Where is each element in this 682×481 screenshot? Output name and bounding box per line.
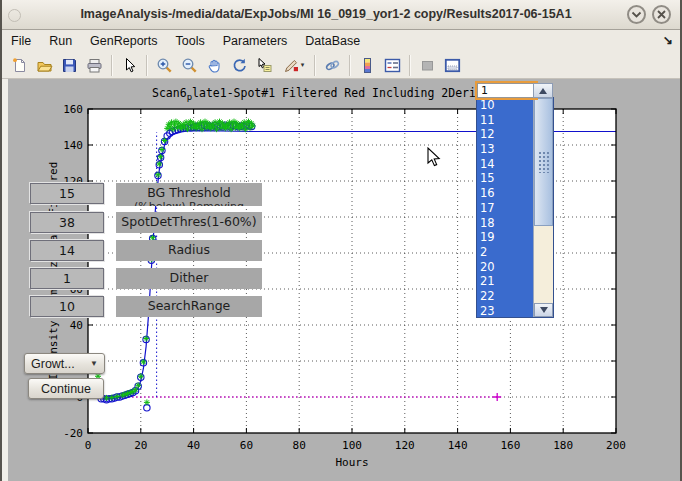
menu-item-file[interactable]: File [2, 31, 40, 51]
param-input-spotdetthres-1-60-[interactable] [30, 212, 104, 233]
figure-area: 020406080100120140160180200-200204060801… [0, 79, 682, 481]
open-folder-icon [36, 57, 53, 74]
svg-text:40: 40 [70, 319, 83, 332]
spot-list-popup: 10111213141516171819220212223 [476, 97, 554, 318]
spot-list-item[interactable]: 14 [477, 157, 533, 172]
toolbar-separator [349, 55, 351, 76]
shade-button[interactable] [627, 5, 646, 24]
open-folder-button[interactable] [32, 54, 57, 77]
zoom-in-button[interactable] [152, 54, 177, 77]
param-label-button[interactable]: Radius [116, 240, 262, 261]
spot-number-input[interactable]: 1 [477, 83, 536, 98]
save-icon [61, 57, 78, 74]
svg-text:-20: -20 [63, 427, 83, 440]
window-menu-icon[interactable] [8, 9, 21, 22]
param-label-text: Radius [116, 242, 262, 257]
spot-list-item[interactable]: 23 [477, 304, 533, 317]
spot-list-item[interactable]: 12 [477, 127, 533, 142]
axes-window-button[interactable] [440, 54, 465, 77]
svg-text:180: 180 [553, 439, 573, 452]
brush-button[interactable]: ▾ [277, 54, 310, 77]
svg-text:140: 140 [63, 139, 83, 152]
param-label-text: SearchRange [116, 298, 262, 313]
spot-list-item[interactable]: 17 [477, 201, 533, 216]
print-button[interactable] [82, 54, 107, 77]
growth-dropdown-label: Growt... [31, 357, 75, 371]
svg-text:Hours: Hours [335, 456, 368, 469]
svg-text:80: 80 [293, 439, 306, 452]
growth-dropdown-button[interactable]: Growt... ▼ [24, 353, 105, 374]
subplot-disabled-icon [419, 57, 436, 74]
scroll-down-button[interactable] [534, 303, 553, 317]
subplot-disabled-button [415, 54, 440, 77]
param-label-subtext: (%below) Removing [116, 200, 262, 206]
cursor-arrow-button[interactable] [117, 54, 142, 77]
spot-list-item[interactable]: 19 [477, 230, 533, 245]
menubar: FileRunGenReportsToolsParametersDataBase… [2, 29, 680, 52]
spot-list-scrollbar[interactable] [533, 98, 553, 317]
svg-text:200: 200 [606, 439, 626, 452]
spot-list-item[interactable]: 21 [477, 274, 533, 289]
spot-list-item[interactable]: 18 [477, 216, 533, 231]
chevron-down-icon: ▼ [90, 359, 98, 368]
spot-list-item[interactable]: 11 [477, 113, 533, 128]
new-document-button[interactable] [7, 54, 32, 77]
svg-text:40: 40 [187, 439, 200, 452]
rotate-3d-icon [231, 57, 248, 74]
param-input-dither[interactable] [30, 268, 104, 289]
menu-item-database[interactable]: DataBase [296, 31, 369, 51]
titlebar[interactable]: ImageAnalysis-/media/data/ExpJobs/MI 16_… [0, 0, 682, 30]
param-label-text: BG Threshold [116, 185, 262, 200]
spot-list-item[interactable]: 10 [477, 98, 533, 113]
svg-text:120: 120 [395, 439, 415, 452]
spot-list-item[interactable]: 15 [477, 171, 533, 186]
link-plots-icon [324, 57, 341, 74]
zoom-out-button[interactable] [177, 54, 202, 77]
data-cursor-button[interactable] [252, 54, 277, 77]
spot-list-item[interactable]: 20 [477, 260, 533, 275]
triangle-up-icon [539, 88, 547, 94]
param-label-text: SpotDetThres(1-60%) [116, 214, 262, 229]
svg-text:Scan6plate1-Spot#1 Filtered Re: Scan6plate1-Spot#1 Filtered Red Includin… [152, 86, 504, 102]
cursor-arrow-icon [121, 57, 138, 74]
colorbar-button[interactable] [355, 54, 380, 77]
toolbar-separator [314, 55, 316, 76]
link-plots-button[interactable] [320, 54, 345, 77]
zoom-in-icon [156, 57, 173, 74]
scroll-up-button[interactable] [533, 83, 553, 98]
svg-text:20: 20 [134, 439, 147, 452]
mouse-cursor [427, 147, 441, 167]
param-label-button[interactable]: Dither [116, 268, 262, 289]
param-input-searchrange[interactable] [30, 296, 104, 317]
data-cursor-icon [256, 57, 273, 74]
menubar-corner-icon: ↘ [663, 33, 673, 47]
save-button[interactable] [57, 54, 82, 77]
param-input-radius[interactable] [30, 240, 104, 261]
toolbar-separator [146, 55, 148, 76]
continue-button[interactable]: Continue [28, 378, 104, 399]
menu-item-genreports[interactable]: GenReports [81, 31, 166, 51]
spot-list-item[interactable]: 2 [477, 245, 533, 260]
param-label-button[interactable]: BG Threshold(%below) Removing [116, 183, 262, 206]
toolbar-separator [409, 55, 411, 76]
menu-item-parameters[interactable]: Parameters [214, 31, 297, 51]
new-document-icon [11, 57, 28, 74]
window-border-left [0, 0, 2, 481]
pan-hand-button[interactable] [202, 54, 227, 77]
spot-list: 10111213141516171819220212223 [477, 98, 533, 317]
toolbar: ▾ [2, 52, 680, 79]
close-button[interactable] [652, 5, 671, 24]
menu-item-tools[interactable]: Tools [167, 31, 214, 51]
spot-list-item[interactable]: 16 [477, 186, 533, 201]
svg-text:0: 0 [85, 439, 92, 452]
menu-item-run[interactable]: Run [40, 31, 81, 51]
scrollbar-thumb[interactable] [534, 98, 553, 226]
param-label-button[interactable]: SearchRange [116, 296, 262, 317]
spot-list-item[interactable]: 13 [477, 142, 533, 157]
legend-button[interactable] [380, 54, 405, 77]
zoom-out-icon [181, 57, 198, 74]
rotate-3d-button[interactable] [227, 54, 252, 77]
spot-list-item[interactable]: 22 [477, 289, 533, 304]
param-input-bg-threshold[interactable] [30, 183, 104, 204]
param-label-button[interactable]: SpotDetThres(1-60%) [116, 212, 262, 233]
